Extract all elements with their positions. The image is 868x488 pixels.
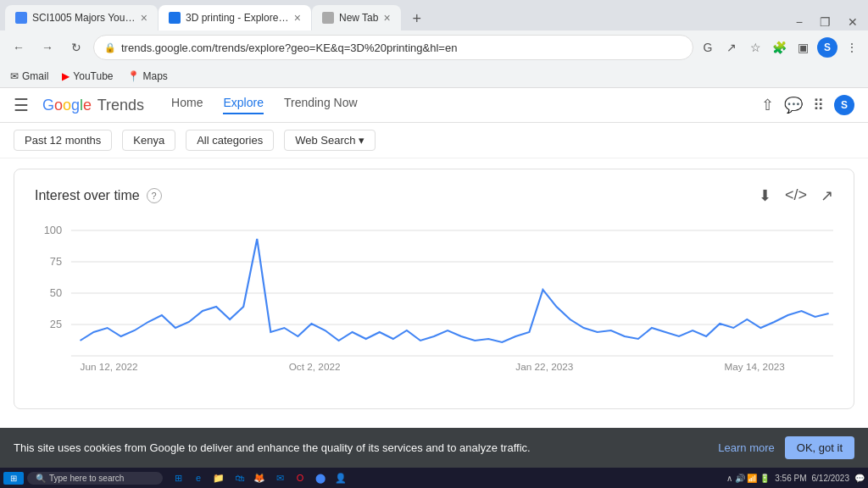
tab-2-title: 3D printing - Explore - Google T... [186, 12, 289, 24]
taskbar-app-store[interactable]: 🛍 [231, 469, 248, 486]
notification-icon[interactable]: 💬 [854, 474, 865, 483]
restore-button[interactable]: ❐ [815, 14, 836, 30]
tab-1-close[interactable]: × [141, 11, 147, 25]
svg-text:25: 25 [50, 319, 62, 330]
sidebar-icon[interactable]: ▣ [793, 38, 812, 57]
search-icon: 🔍 [36, 474, 46, 483]
nav-home[interactable]: Home [171, 96, 203, 114]
svg-text:50: 50 [50, 287, 62, 299]
star-icon[interactable]: ☆ [746, 38, 765, 57]
tab-1-title: SCI1005 Majors You Didn't Kno... [32, 12, 136, 24]
lock-icon: 🔒 [104, 42, 116, 53]
ok-got-it-button[interactable]: OK, got it [785, 436, 854, 459]
taskbar-app-firefox[interactable]: 🦊 [251, 469, 268, 486]
main-area: Interest over time ? ⬇ </> ↗ [0, 169, 868, 423]
extensions-icon[interactable]: 🧩 [770, 38, 788, 57]
google-trends-logo: Google Trends [42, 97, 144, 114]
bookmark-maps[interactable]: 📍 Maps [127, 70, 168, 82]
taskbar-app-people[interactable]: 👤 [332, 469, 349, 486]
taskbar-system-icons: ∧ 🔊 📶 🔋 [726, 474, 770, 483]
cookie-banner: This site uses cookies from Google to de… [0, 428, 868, 468]
trends-header: ☰ Google Trends Home Explore Trending No… [0, 88, 868, 123]
chart-title: Interest over time ? [35, 188, 162, 203]
youtube-icon: ▶ [62, 70, 70, 82]
reload-button[interactable]: ↻ [64, 36, 88, 59]
embed-icon[interactable]: </> [785, 186, 807, 205]
tab-2-icon [169, 12, 181, 24]
svg-text:75: 75 [50, 256, 62, 268]
taskbar-app-view[interactable]: ⊞ [170, 469, 186, 486]
share-header-icon[interactable]: ⇧ [761, 96, 774, 114]
close-button[interactable]: ✕ [843, 14, 863, 30]
nav-trending[interactable]: Trending Now [284, 96, 358, 114]
tab-2-close[interactable]: × [294, 11, 301, 25]
filter-region[interactable]: Kenya [122, 130, 175, 151]
tab-1[interactable]: SCI1005 Majors You Didn't Kno... × [5, 5, 158, 30]
windows-icon: ⊞ [10, 474, 17, 483]
download-icon[interactable]: ⬇ [759, 186, 771, 205]
tab-3[interactable]: New Tab × [312, 5, 401, 30]
svg-text:Jun 12, 2022: Jun 12, 2022 [81, 362, 138, 372]
minimize-button[interactable]: − [791, 14, 808, 30]
filter-search-type[interactable]: Web Search ▾ [284, 130, 376, 151]
main-nav: Home Explore Trending Now [171, 96, 357, 114]
svg-text:100: 100 [44, 225, 62, 236]
taskbar-apps: ⊞ e 📁 🛍 🦊 ✉ O ⬤ 👤 [170, 469, 349, 486]
taskbar: ⊞ 🔍 Type here to search ⊞ e 📁 🛍 🦊 ✉ O ⬤ … [0, 468, 868, 488]
svg-text:Jan 22, 2023: Jan 22, 2023 [515, 362, 573, 372]
start-button[interactable]: ⊞ [3, 472, 24, 485]
profile-avatar[interactable]: S [817, 37, 837, 58]
tab-1-icon [15, 12, 27, 24]
taskbar-time: 3:56 PM [775, 474, 806, 483]
taskbar-app-chrome[interactable]: ⬤ [312, 469, 329, 486]
nav-explore[interactable]: Explore [223, 96, 263, 114]
trend-line-chart: 100 75 50 25 Jun 12, 2022 Oct 2, 2022 Ja… [35, 222, 833, 391]
learn-more-link[interactable]: Learn more [718, 441, 774, 454]
apps-icon[interactable]: ⠿ [813, 96, 824, 114]
feedback-icon[interactable]: 💬 [784, 96, 803, 114]
tab-2[interactable]: 3D printing - Explore - Google T... × [159, 5, 311, 30]
taskbar-app-files[interactable]: 📁 [210, 469, 227, 486]
tab-3-icon [322, 12, 334, 24]
gmail-icon: ✉ [10, 70, 19, 82]
chart-actions: ⬇ </> ↗ [759, 186, 833, 205]
help-icon[interactable]: ? [147, 188, 162, 203]
tab-3-title: New Tab [339, 12, 378, 24]
share-chart-icon[interactable]: ↗ [821, 186, 833, 205]
taskbar-app-edge[interactable]: e [190, 469, 207, 486]
forward-button[interactable]: → [36, 36, 59, 59]
hamburger-menu[interactable]: ☰ [14, 95, 29, 115]
new-tab-button[interactable]: + [405, 7, 429, 30]
tab-3-close[interactable]: × [383, 11, 390, 25]
share-icon[interactable]: ↗ [722, 38, 741, 57]
chart-container: 100 75 50 25 Jun 12, 2022 Oct 2, 2022 Ja… [35, 222, 833, 391]
google-icon[interactable]: G [698, 38, 717, 57]
bookmarks-bar: ✉ Gmail ▶ YouTube 📍 Maps [0, 64, 868, 88]
taskbar-right: ∧ 🔊 📶 🔋 3:56 PM 6/12/2023 💬 [726, 474, 865, 483]
back-button[interactable]: ← [7, 36, 31, 59]
svg-text:May 14, 2023: May 14, 2023 [725, 362, 785, 372]
cookie-text: This site uses cookies from Google to de… [14, 441, 708, 454]
header-profile-avatar[interactable]: S [834, 95, 854, 115]
taskbar-app-mail[interactable]: ✉ [271, 469, 288, 486]
bookmark-gmail[interactable]: ✉ Gmail [10, 70, 48, 82]
maps-icon: 📍 [127, 70, 140, 82]
taskbar-date: 6/12/2023 [812, 474, 850, 483]
chart-header: Interest over time ? ⬇ </> ↗ [35, 186, 833, 205]
filter-category[interactable]: All categories [186, 130, 274, 151]
menu-icon[interactable]: ⋮ [843, 38, 861, 57]
taskbar-search[interactable]: 🔍 Type here to search [27, 472, 163, 485]
filter-time[interactable]: Past 12 months [14, 130, 112, 151]
url-text: trends.google.com/trends/explore?geo=KE&… [121, 42, 457, 54]
chart-card: Interest over time ? ⬇ </> ↗ [14, 169, 854, 409]
address-bar[interactable]: 🔒 trends.google.com/trends/explore?geo=K… [93, 35, 693, 60]
filter-bar: Past 12 months Kenya All categories Web … [0, 123, 868, 158]
taskbar-app-opera[interactable]: O [292, 469, 309, 486]
page-content: ☰ Google Trends Home Explore Trending No… [0, 88, 868, 468]
svg-text:Oct 2, 2022: Oct 2, 2022 [289, 362, 341, 372]
bookmark-youtube[interactable]: ▶ YouTube [62, 70, 113, 82]
